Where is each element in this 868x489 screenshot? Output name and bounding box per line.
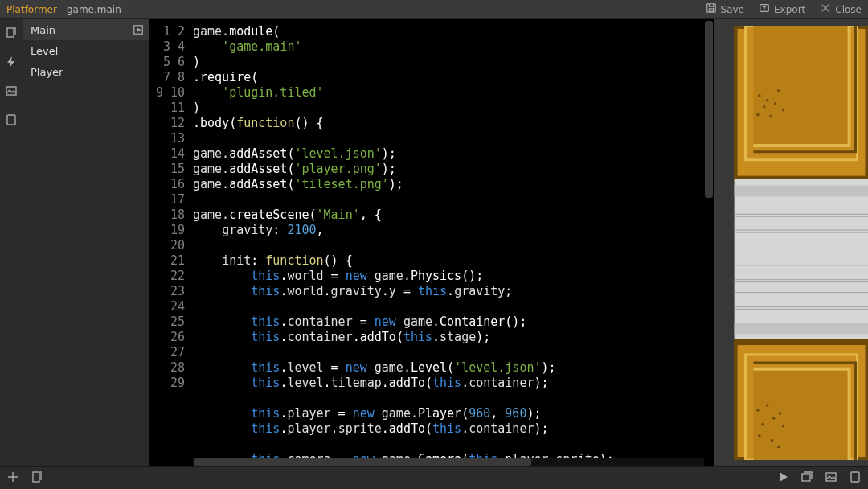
save-button[interactable]: Save (706, 2, 744, 16)
sidebar-item-label: Player (31, 66, 63, 78)
svg-rect-15 (774, 102, 776, 105)
sidebar-item-label: Main (31, 24, 55, 36)
svg-rect-12 (758, 94, 760, 97)
rect2-icon[interactable] (849, 471, 862, 487)
title-bar: Platformer - game.main Save Export Close (0, 0, 868, 19)
gallery-icon[interactable] (800, 471, 813, 487)
horizontal-scrollbar[interactable] (193, 458, 704, 466)
svg-rect-48 (802, 474, 810, 481)
code-area[interactable]: game.module( 'game.main' ) .require( 'pl… (193, 19, 704, 466)
preview-panel (714, 19, 868, 466)
vertical-scroll-thumb[interactable] (705, 21, 713, 198)
close-button[interactable]: Close (820, 2, 862, 16)
svg-rect-45 (777, 446, 780, 448)
svg-rect-4 (6, 87, 16, 95)
sidebar-item-label: Level (31, 45, 58, 57)
vertical-scrollbar[interactable] (704, 19, 714, 466)
svg-rect-0 (706, 4, 715, 13)
main-area: MainLevelPlayer 1 2 3 4 5 6 7 8 9 10 11 … (0, 19, 868, 466)
svg-marker-47 (780, 472, 788, 482)
project-name: Platformer (6, 4, 57, 15)
svg-rect-44 (771, 439, 773, 442)
svg-rect-39 (772, 417, 775, 419)
horizontal-scroll-thumb[interactable] (194, 458, 531, 466)
sidebar-item-main[interactable]: Main (23, 19, 149, 40)
svg-marker-7 (137, 27, 141, 31)
svg-rect-5 (7, 115, 15, 125)
svg-rect-46 (33, 472, 39, 482)
game-preview (734, 26, 868, 460)
save-button-label: Save (721, 4, 744, 15)
svg-rect-13 (766, 99, 768, 101)
bolt-icon[interactable] (4, 55, 18, 69)
image-icon[interactable] (4, 84, 18, 98)
export-icon (759, 2, 770, 16)
svg-rect-11 (753, 26, 849, 146)
sidebar-item-player[interactable]: Player (23, 61, 149, 82)
module-name: game.main (67, 4, 121, 15)
sidebar: MainLevelPlayer (23, 19, 149, 466)
plus-icon[interactable] (6, 471, 19, 487)
svg-rect-36 (753, 369, 849, 460)
svg-rect-42 (782, 425, 784, 427)
svg-rect-32 (735, 323, 868, 334)
svg-rect-43 (758, 434, 760, 437)
image2-icon[interactable] (825, 471, 837, 487)
svg-rect-20 (735, 179, 868, 342)
code-editor: 1 2 3 4 5 6 7 8 9 10 11 12 13 14 15 16 1… (149, 19, 714, 466)
play-icon[interactable] (776, 471, 789, 487)
docs-icon[interactable] (4, 26, 18, 40)
export-button-label: Export (774, 4, 805, 15)
svg-rect-16 (756, 113, 759, 116)
save-icon (706, 2, 717, 16)
svg-rect-50 (851, 472, 859, 482)
window-title: Platformer - game.main (6, 4, 121, 15)
sidebar-item-level[interactable]: Level (23, 40, 149, 61)
svg-rect-17 (769, 115, 772, 117)
title-separator: - (57, 4, 67, 15)
run-scene-icon[interactable] (133, 24, 144, 35)
svg-rect-14 (763, 105, 765, 108)
doc-icon[interactable] (31, 471, 43, 487)
status-bar (0, 466, 868, 489)
close-icon (820, 2, 831, 16)
svg-rect-3 (7, 28, 14, 37)
svg-rect-21 (735, 186, 868, 197)
svg-rect-40 (761, 423, 764, 425)
svg-rect-41 (779, 412, 781, 414)
line-gutter: 1 2 3 4 5 6 7 8 9 10 11 12 13 14 15 16 1… (149, 19, 193, 466)
svg-rect-49 (826, 473, 836, 481)
activity-rail (0, 19, 23, 466)
svg-rect-38 (766, 405, 768, 407)
export-button[interactable]: Export (759, 2, 805, 16)
svg-rect-19 (782, 109, 784, 111)
rect-icon[interactable] (4, 113, 18, 127)
svg-rect-1 (709, 9, 713, 12)
svg-rect-18 (777, 89, 780, 92)
svg-rect-37 (756, 409, 759, 411)
close-button-label: Close (835, 4, 862, 15)
